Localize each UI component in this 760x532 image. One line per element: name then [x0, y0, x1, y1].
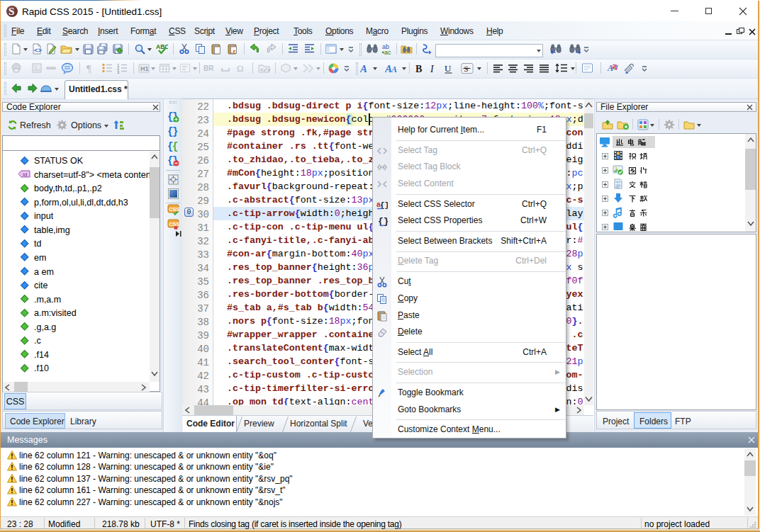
- svg-text:CSS: CSS: [169, 221, 179, 227]
- svg-text:{: {: [172, 141, 178, 152]
- svg-text:B: B: [415, 64, 422, 74]
- svg-text:ABC: ABC: [156, 43, 168, 50]
- svg-text:<>: <>: [34, 47, 42, 55]
- svg-text:3: 3: [117, 70, 120, 74]
- svg-text:CSS: CSS: [169, 206, 179, 213]
- svg-text:A: A: [391, 64, 397, 74]
- svg-text:A: A: [360, 63, 367, 74]
- svg-text:{}: {}: [378, 216, 388, 227]
- svg-text:ac: ac: [384, 49, 391, 55]
- svg-text:H1: H1: [140, 65, 149, 72]
- svg-text:U: U: [445, 63, 452, 74]
- svg-text:}: }: [172, 126, 178, 137]
- svg-text:Ω: Ω: [237, 63, 244, 74]
- svg-text:I: I: [430, 64, 435, 74]
- svg-text:id: id: [23, 171, 27, 178]
- svg-text:BR: BR: [203, 64, 214, 72]
- svg-text:</>: </>: [260, 67, 270, 73]
- svg-text:¶: ¶: [86, 63, 91, 74]
